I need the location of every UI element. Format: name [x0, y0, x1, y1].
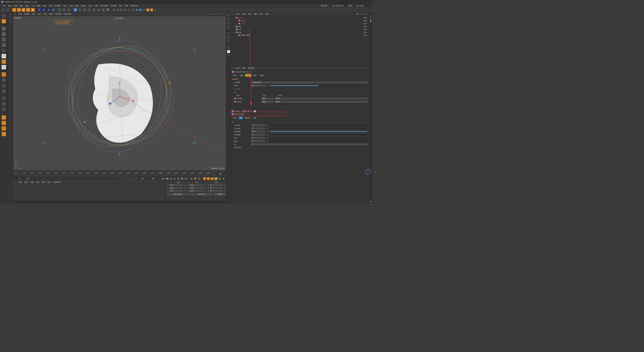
- strip-9-icon[interactable]: [227, 50, 230, 53]
- timeline[interactable]: 0102030405060708090100110120130140150160…: [13, 171, 226, 177]
- menu-select[interactable]: 选择: [24, 4, 30, 7]
- mat-tab-edit[interactable]: 编辑: [23, 181, 29, 184]
- mat-tab-select[interactable]: 选择: [35, 181, 41, 184]
- menu-redshift[interactable]: Redshift: [109, 5, 118, 7]
- object-mode-icon[interactable]: ▦: [1, 19, 6, 23]
- vp-nav-3-icon[interactable]: ⟳: [217, 13, 221, 15]
- domain-visibility-field[interactable]: 100 %: [275, 100, 368, 103]
- tree-row[interactable]: 备份 ✓: [232, 28, 368, 31]
- menu-tools[interactable]: 工具: [30, 4, 36, 7]
- render-pv-icon[interactable]: ▶: [62, 8, 66, 12]
- menu-tracker[interactable]: 跟踪器: [80, 4, 87, 7]
- domain-row[interactable]: ✓ 径向域.1 添加 ▾ 100 %: [232, 97, 368, 100]
- menu-file[interactable]: 文件: [1, 4, 7, 7]
- domain-enable-checkbox[interactable]: ✓: [232, 101, 234, 103]
- coord-sys-icon[interactable]: 🌐: [51, 8, 55, 12]
- menu-mograph[interactable]: 运动图形: [54, 4, 62, 7]
- extra-11-icon[interactable]: ✦: [154, 8, 157, 12]
- menu-spline[interactable]: 样条: [42, 4, 47, 7]
- viewport-solo-icon[interactable]: 👁: [1, 89, 6, 93]
- tree-row[interactable]: Retopo_圆盘 ✓: [232, 34, 368, 37]
- key-pos-icon[interactable]: P: [203, 177, 206, 180]
- vp-menu-cameras[interactable]: 摄像机: [23, 13, 30, 15]
- viewport[interactable]: 透视视图 默认摄像机⊙ Number of emitters: 0 Total …: [13, 16, 226, 171]
- om-menu-tags[interactable]: 标签: [259, 13, 264, 15]
- strip-8-icon[interactable]: [227, 46, 230, 49]
- menu-extensions[interactable]: 扩展: [93, 4, 99, 7]
- poly-mode-icon[interactable]: L: [1, 48, 6, 53]
- tree-row[interactable]: 径向域 ✓: [232, 19, 368, 22]
- field-input[interactable]: 0 °: [251, 134, 266, 136]
- strength-slider[interactable]: [270, 85, 367, 86]
- extra-5-icon[interactable]: ⬚: [127, 8, 131, 12]
- extra-1-icon[interactable]: ◐: [112, 8, 115, 12]
- clip-checkbox[interactable]: [251, 147, 253, 149]
- coord-mode-dropdown[interactable]: 对象 (相对) ▾: [166, 193, 189, 196]
- axis-palette-icon[interactable]: ↗: [1, 72, 6, 77]
- field-input[interactable]: 0 °: [251, 124, 266, 126]
- coord-apply-button[interactable]: 应用: [214, 193, 226, 196]
- visibility-check-icon[interactable]: ✓: [367, 28, 368, 30]
- qr-icon[interactable]: QR: [139, 8, 142, 12]
- visibility-check-icon[interactable]: ✓: [367, 17, 368, 19]
- lock-z-icon[interactable]: Z: [47, 8, 51, 12]
- tree-row[interactable]: ▾ 域力场 ✓: [232, 16, 368, 19]
- snap-icon[interactable]: ◇: [1, 96, 6, 101]
- size-Y-field[interactable]: 0 cm: [189, 187, 203, 189]
- size-X-field[interactable]: 0 cm: [189, 184, 203, 186]
- tab-coord[interactable]: 坐标: [238, 74, 245, 77]
- snap-2-icon[interactable]: ⊡: [1, 102, 6, 106]
- visibility-check-icon[interactable]: ✓: [367, 23, 368, 25]
- menu-insydium[interactable]: INSYDIUM: [99, 5, 109, 7]
- extra-2-icon[interactable]: ◑: [116, 8, 119, 12]
- workplane-icon[interactable]: ◫: [1, 32, 6, 36]
- camera-primitive-icon[interactable]: 📷: [101, 8, 105, 12]
- texture-mode-icon[interactable]: ▧: [1, 26, 6, 31]
- strip-3-icon[interactable]: [227, 22, 230, 25]
- strip-4-icon[interactable]: [227, 26, 230, 29]
- render-view-icon[interactable]: 🎬: [58, 8, 62, 12]
- vp-menu-view[interactable]: 查看: [18, 13, 23, 15]
- point-mode-icon[interactable]: •: [1, 37, 6, 42]
- soft-select-icon[interactable]: ◉: [1, 78, 6, 82]
- extra-8-icon[interactable]: B: [143, 8, 146, 12]
- maximize-button[interactable]: □: [366, 1, 367, 3]
- tab-display[interactable]: 显示: [252, 74, 258, 77]
- workplane-4-icon[interactable]: ⌒: [1, 126, 6, 131]
- strip-7-icon[interactable]: [227, 40, 230, 43]
- extra-3-icon[interactable]: ◒: [120, 8, 123, 12]
- om-search-icon[interactable]: 🔍: [355, 13, 360, 15]
- record-icon[interactable]: ●: [190, 177, 193, 180]
- vp-nav-1-icon[interactable]: ⊕: [209, 13, 212, 15]
- menu-help[interactable]: 帮助: [124, 4, 129, 7]
- tab-object[interactable]: 对象: [245, 74, 251, 77]
- menu-animate[interactable]: 动画: [68, 4, 74, 7]
- am-menu-mode[interactable]: 模式: [235, 67, 241, 70]
- am-menu-edit[interactable]: 编辑: [241, 67, 247, 70]
- vp-nav-4-icon[interactable]: ⊡: [221, 13, 225, 15]
- domain-row[interactable]: ✓ 径向域 普通 ▾ 100 %: [232, 100, 368, 103]
- strip-6-icon[interactable]: [227, 36, 230, 39]
- om-menu-objects[interactable]: 对象: [253, 13, 258, 15]
- field-slider[interactable]: [270, 128, 367, 129]
- generator-icon[interactable]: ▣: [83, 8, 87, 12]
- timeline-ruler[interactable]: 0102030405060708090100110120130140150160…: [15, 172, 215, 175]
- workplane-2-icon[interactable]: ◯: [1, 115, 6, 120]
- field-input[interactable]: 1: [251, 137, 266, 139]
- mat-tab-func[interactable]: 功能: [29, 181, 35, 184]
- layout-dropdown[interactable]: 启动 (用户): [354, 4, 371, 7]
- layer-collapse-icon[interactable]: ▭: [367, 110, 368, 112]
- tab-falloff[interactable]: 衰减: [258, 74, 265, 77]
- extra-7-icon[interactable]: ⬢: [135, 8, 138, 12]
- keyframe-icon[interactable]: ◆: [197, 177, 201, 180]
- axis-dropdown[interactable]: X: [251, 143, 368, 146]
- field-slider[interactable]: [270, 125, 367, 125]
- range-end-2[interactable]: 250 F: [149, 177, 159, 180]
- vp-menu-filter[interactable]: 过滤: [42, 13, 48, 15]
- extra-9-icon[interactable]: ◎: [146, 8, 150, 12]
- menu-create[interactable]: 创建: [13, 4, 18, 7]
- vp-menu-options[interactable]: 选项: [36, 13, 42, 15]
- select-2-icon[interactable]: ⦿: [1, 59, 6, 64]
- menu-volume[interactable]: 体积: [48, 4, 53, 7]
- pos-X-field[interactable]: 0 cm: [169, 184, 183, 186]
